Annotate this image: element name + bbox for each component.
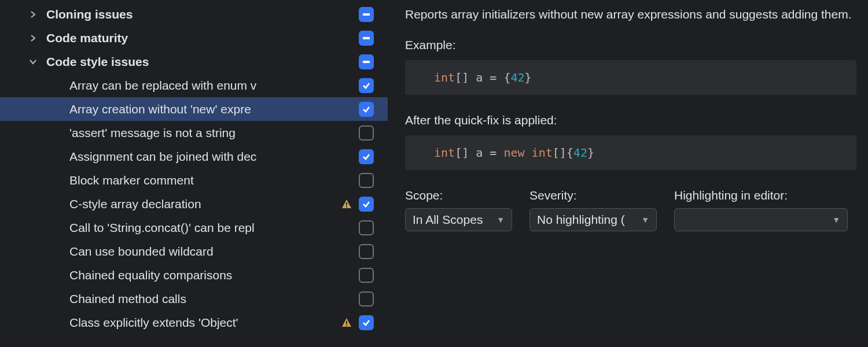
checkbox-indeterminate[interactable] [359,54,374,69]
checkbox-checked[interactable] [359,102,374,117]
chevron-down-icon: ▼ [641,215,649,224]
chevron-down-icon [28,58,38,65]
checkbox-indeterminate[interactable] [359,31,374,46]
tree-category-label: Code maturity [46,31,354,45]
svg-rect-6 [346,324,347,326]
severity-dropdown[interactable]: No highlighting ( ▼ [529,208,657,231]
svg-rect-1 [363,37,370,39]
svg-rect-4 [346,206,347,207]
scope-label: Scope: [405,189,512,202]
checkbox-unchecked[interactable] [359,220,374,235]
tree-item-label: Chained equality comparisons [69,268,354,282]
inspection-detail: Reports array initializers without new a… [388,0,868,347]
svg-rect-5 [346,321,347,324]
tree-item[interactable]: Can use bounded wildcard [0,239,388,263]
after-fix-label: After the quick-fix is applied: [405,113,856,127]
severity-label: Severity: [529,189,657,202]
tree-item[interactable]: Call to 'String.concat()' can be repl [0,216,388,239]
chevron-right-icon [28,11,38,18]
tree-category-label: Code style issues [46,55,354,69]
checkbox-checked[interactable] [359,315,374,330]
tree-item[interactable]: Chained equality comparisons [0,263,388,287]
checkbox-unchecked[interactable] [359,244,374,259]
tree-item[interactable]: 'assert' message is not a string [0,121,388,145]
tree-item-label: 'assert' message is not a string [69,126,354,140]
checkbox-unchecked[interactable] [359,125,374,141]
tree-item[interactable]: Array can be replaced with enum v [0,73,388,97]
tree-item-label: Assignment can be joined with dec [69,150,354,164]
example-code-block: int[] a = {42} [405,60,856,95]
highlighting-label: Highlighting in editor: [674,189,848,202]
inspection-description: Reports array initializers without new a… [405,6,856,23]
tree-item-label: C-style array declaration [69,197,339,211]
chevron-down-icon: ▼ [496,215,505,224]
chevron-down-icon: ▼ [832,215,840,224]
tree-item-label: Call to 'String.concat()' can be repl [69,221,354,235]
checkbox-checked[interactable] [359,197,374,212]
tree-item-label: Array creation without 'new' expre [69,102,354,116]
tree-item-label: Array can be replaced with enum v [69,79,354,93]
warning-icon [339,198,354,210]
inspections-tree: Cloning issues Code maturity Code style … [0,0,388,347]
tree-item-selected[interactable]: Array creation without 'new' expre [0,97,388,121]
svg-rect-2 [363,61,370,63]
checkbox-unchecked[interactable] [359,173,374,188]
checkbox-indeterminate[interactable] [359,7,374,22]
example-label: Example: [405,38,856,52]
tree-item[interactable]: C-style array declaration [0,192,388,216]
highlighting-dropdown[interactable]: ▼ [674,208,848,231]
tree-category-code-style-issues[interactable]: Code style issues [0,50,388,73]
tree-category-label: Cloning issues [46,8,354,21]
tree-category-cloning-issues[interactable]: Cloning issues [0,2,388,26]
chevron-right-icon [28,35,38,42]
tree-category-code-maturity[interactable]: Code maturity [0,26,388,50]
tree-item[interactable]: Class explicitly extends 'Object' [0,311,388,334]
checkbox-checked[interactable] [359,149,374,164]
inspection-controls: Scope: In All Scopes ▼ Severity: No high… [405,189,856,231]
checkbox-unchecked[interactable] [359,291,374,307]
tree-item[interactable]: Block marker comment [0,168,388,192]
scope-dropdown[interactable]: In All Scopes ▼ [405,208,512,231]
svg-rect-3 [346,202,347,205]
warning-icon [339,317,354,328]
checkbox-checked[interactable] [359,78,374,93]
tree-item-label: Class explicitly extends 'Object' [69,316,339,330]
tree-item-label: Chained method calls [69,292,354,306]
tree-item[interactable]: Assignment can be joined with dec [0,145,388,168]
tree-item-label: Can use bounded wildcard [69,245,354,259]
tree-item[interactable]: Chained method calls [0,287,388,311]
tree-item-label: Block marker comment [69,174,354,187]
checkbox-unchecked[interactable] [359,268,374,283]
svg-rect-0 [363,13,370,16]
after-code-block: int[] a = new int[]{42} [405,135,856,170]
